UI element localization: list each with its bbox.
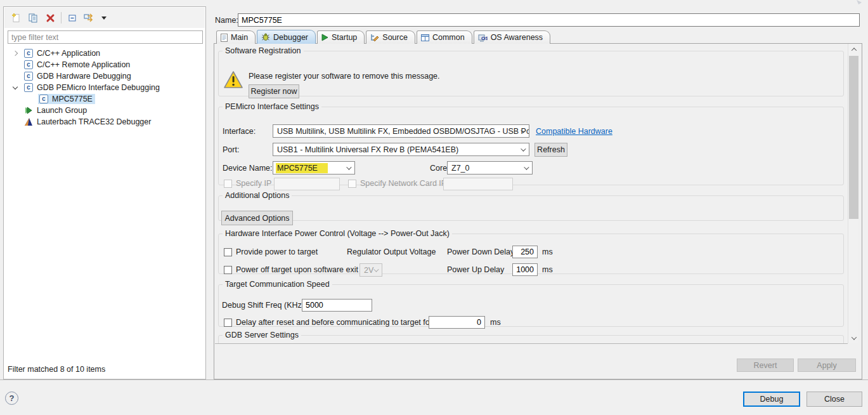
filter-configurations-icon[interactable] [83,11,96,24]
tree-item-gdb-pemicro-interface-debugging[interactable]: c GDB PEMicro Interface Debugging [5,82,204,93]
source-lookup-icon [370,34,379,42]
delay-after-reset-checkbox[interactable] [224,319,232,327]
group-title: Additional Options [223,191,292,200]
filter-input[interactable] [8,30,203,44]
apply-button[interactable]: Apply [798,359,856,372]
name-input[interactable] [238,13,860,27]
chevron-down-icon [521,146,526,151]
tab-os-awareness[interactable]: OS OS Awareness [474,30,550,44]
tab-source[interactable]: Source [366,30,415,44]
duplicate-configuration-icon[interactable] [27,11,39,24]
register-now-button[interactable]: Register now [249,84,299,98]
power-off-checkbox[interactable] [224,266,232,274]
device-name-label: Device Name: [223,164,273,173]
power-down-delay-label: Power Down Delay [447,247,514,256]
tab-debugger[interactable]: Debugger [257,30,316,44]
scroll-down-arrow[interactable] [848,333,859,343]
tab-label: Source [382,33,408,42]
power-off-label: Power off target upon software exit [236,265,358,274]
chevron-down-icon[interactable] [13,84,18,89]
target-speed-group: Target Communication Speed Debug Shift F… [218,280,844,327]
c-application-icon: c [24,49,33,58]
tree-item-cpp-remote-application[interactable]: c C/C++ Remote Application [5,59,204,70]
c-application-icon: c [24,60,33,69]
trace32-icon [24,117,33,126]
delete-configuration-icon[interactable] [44,11,56,24]
tree-item-label: Launch Group [37,106,87,115]
power-up-delay-input[interactable] [512,263,538,276]
provide-power-checkbox[interactable] [224,248,232,256]
debug-button[interactable]: Debug [743,392,800,407]
tree-item-label: MPC5775E [52,95,93,103]
os-awareness-icon: OS [478,34,488,42]
power-down-delay-input[interactable] [512,246,538,258]
chevron-down-icon [346,164,351,169]
tab-main[interactable]: Main [216,30,256,44]
chevron-down-icon [373,267,379,272]
tab-common[interactable]: Common [417,30,472,44]
revert-button[interactable]: Revert [737,359,794,372]
help-button[interactable]: ? [5,392,18,405]
toolbar-separator [61,12,62,23]
tree-item-mpc5775e[interactable]: c MPC5775E [5,93,204,105]
chevron-right-icon[interactable] [13,51,18,56]
interface-label: Interface: [223,127,256,136]
compatible-hardware-link[interactable]: Compatible Hardware [536,127,612,136]
tree-item-lauterbach-trace32[interactable]: Lauterbach TRACE32 Debugger [5,116,204,128]
group-title: Hardware Interface Power Control (Voltag… [223,229,452,238]
tab-label: Common [432,33,465,42]
settings-scroll-area: Software Registration Please register yo… [215,44,848,344]
c-application-icon: c [24,72,33,81]
vertical-scrollbar[interactable] [848,44,858,343]
delay-unit-label: ms [490,318,501,327]
tree-item-launch-group[interactable]: Launch Group [5,105,204,116]
specify-network-card-ip-input[interactable] [443,178,513,190]
tab-startup[interactable]: Startup [317,30,365,44]
cursor-artifact [857,0,862,4]
power-control-group: Hardware Interface Power Control (Voltag… [218,229,844,274]
collapse-all-icon[interactable] [66,11,79,24]
play-icon [321,34,328,41]
device-name-combo[interactable]: MPC5775E [273,161,355,175]
scroll-thumb[interactable] [849,56,858,219]
port-label: Port: [223,145,239,154]
interface-value: USB Multilink, USB Multilink FX, Embedde… [277,127,529,136]
interface-combo[interactable]: USB Multilink, USB Multilink FX, Embedde… [273,124,529,138]
core-combo[interactable]: Z7_0 [447,161,533,175]
tab-label: Debugger [273,33,308,42]
debug-shift-freq-input[interactable] [302,299,372,312]
specify-network-card-ip-checkbox[interactable] [348,180,356,188]
tab-label: OS Awareness [491,33,543,42]
tree-item-cpp-application[interactable]: c C/C++ Application [5,48,204,59]
tree-item-label: Lauterbach TRACE32 Debugger [37,117,151,126]
new-configuration-icon[interactable] [10,11,22,24]
group-title: GDB Server Settings [223,331,301,339]
document-icon [221,34,228,42]
core-label: Core: [430,164,450,173]
device-name-value: MPC5775E [276,163,328,173]
tree-item-gdb-hardware-debugging[interactable]: c GDB Hardware Debugging [5,70,204,82]
scroll-up-arrow[interactable] [848,44,859,55]
tree-item-label: GDB PEMicro Interface Debugging [37,83,160,92]
specify-network-card-ip-label: Specify Network Card IP [360,179,446,188]
core-value: Z7_0 [451,164,470,173]
name-label: Name: [215,16,238,25]
power-up-unit-label: ms [542,265,553,274]
specify-ip-checkbox[interactable] [224,180,232,188]
specify-ip-input[interactable] [274,178,340,190]
delay-after-reset-input[interactable] [429,316,485,329]
refresh-button[interactable]: Refresh [534,143,567,157]
close-button[interactable]: Close [806,392,862,407]
power-up-delay-label: Power Up Delay [447,265,504,274]
voltage-combo[interactable]: 2V [360,263,382,277]
power-down-unit-label: ms [542,247,553,256]
warning-icon [223,70,243,89]
tree-item-label: C/C++ Remote Application [37,60,130,69]
toolbar-dropdown-caret-icon[interactable] [100,11,108,24]
port-combo[interactable]: USB1 - Multilink Universal FX Rev B (PEM… [273,143,529,156]
bug-icon [261,33,270,41]
pemicro-interface-settings-group: PEMicro Interface Settings Interface: US… [218,102,844,185]
filter-status-text: Filter matched 8 of 10 items [8,365,105,374]
launch-config-sidebar: c C/C++ Application c C/C++ Remote Appli… [3,6,206,379]
advanced-options-button[interactable]: Advanced Options [221,211,293,225]
